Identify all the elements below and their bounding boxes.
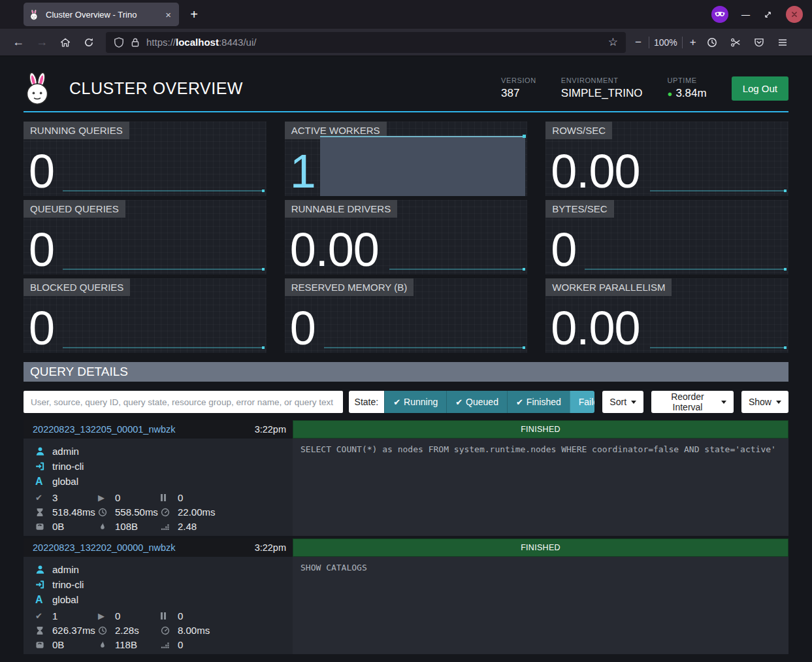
state-filter-finished[interactable]: ✔Finished xyxy=(507,391,570,413)
environment-label: ENVIRONMENT xyxy=(561,76,643,84)
uptime-info: UPTIME ●3.84m xyxy=(668,76,707,100)
stat-tile-worker-parallelism: WORKER PARALLELISM 0.00 xyxy=(545,278,788,353)
query-id-link[interactable]: 20220823_132205_00001_nwbzk xyxy=(33,424,176,435)
peak-memory-cell: 108B xyxy=(98,521,161,532)
queued-splits-cell: 0 xyxy=(161,610,293,621)
bookmark-star-icon[interactable]: ☆ xyxy=(608,35,618,49)
home-icon[interactable] xyxy=(55,33,76,52)
shield-icon[interactable] xyxy=(114,37,124,48)
show-dropdown[interactable]: Show xyxy=(741,391,788,413)
cpu-time-value: 2.28s xyxy=(115,625,139,636)
play-icon: ▶ xyxy=(98,611,111,621)
show-label: Show xyxy=(749,397,771,407)
state-filter-failed-label: Failed xyxy=(579,397,595,407)
chart-icon xyxy=(161,522,174,531)
resource-group-icon: A xyxy=(35,476,48,488)
query-list-item: 20220823_132202_00000_nwbzk 3:22pm FINIS… xyxy=(24,538,788,654)
cpu-time-cell: 2.28s xyxy=(98,625,161,636)
url-scheme: https:// xyxy=(146,37,176,48)
state-filter-failed-dropdown[interactable]: Failed xyxy=(570,391,595,413)
query-item-body: admin trino-cli A global ✔1 ▶0 0 626.37m… xyxy=(24,557,788,654)
back-button[interactable]: ← xyxy=(8,33,29,52)
wall-time-cell: 626.37ms xyxy=(35,625,98,636)
reorder-interval-dropdown[interactable]: Reorder Interval xyxy=(651,391,734,413)
zoom-out-button[interactable]: − xyxy=(632,36,644,49)
tile-value: 1 xyxy=(290,148,316,195)
query-meta-panel: admin trino-cli A global ✔1 ▶0 0 626.37m… xyxy=(24,557,293,654)
screenshot-scissors-icon[interactable] xyxy=(725,33,746,52)
running-splits-value: 0 xyxy=(115,492,120,503)
window-close-button[interactable] xyxy=(786,6,803,23)
running-splits-cell: ▶0 xyxy=(98,492,161,503)
tile-value: 0 xyxy=(551,226,576,273)
scale-icon xyxy=(35,522,48,531)
query-stats-grid: ✔3 ▶0 0 518.48ms 558.50ms 22.00ms 0B 108… xyxy=(24,492,293,532)
sparkline xyxy=(63,269,265,270)
check-icon: ✔ xyxy=(516,397,523,407)
browser-tab-bar: Cluster Overview - Trino × + — xyxy=(0,0,812,29)
lock-icon[interactable] xyxy=(130,37,140,48)
chart-icon xyxy=(161,640,174,650)
query-item-body: admin trino-cli A global ✔3 ▶0 0 518.48m… xyxy=(24,439,788,536)
zoom-controls: − 100% + xyxy=(632,36,699,49)
uptime-status-dot: ● xyxy=(668,89,673,99)
hourglass-icon xyxy=(35,626,48,635)
hourglass-icon xyxy=(35,508,48,517)
logout-button[interactable]: Log Out xyxy=(732,76,788,101)
peak-memory-cell: 118B xyxy=(98,639,161,650)
user-icon xyxy=(35,565,48,574)
sparkline-filled-area xyxy=(320,136,526,196)
query-stats-grid: ✔1 ▶0 0 626.37ms 2.28s 8.00ms 0B 118B 0 xyxy=(24,610,293,650)
query-id-bar: 20220823_132202_00000_nwbzk 3:22pm xyxy=(24,538,293,557)
tile-value: 0.00 xyxy=(551,305,640,352)
sort-dropdown[interactable]: Sort xyxy=(602,391,643,413)
query-sql-text: SELECT COUNT(*) as nodes FROM system.run… xyxy=(293,439,788,536)
flame-icon xyxy=(98,522,111,531)
wall-time-value: 518.48ms xyxy=(52,506,95,518)
query-id-link[interactable]: 20220823_132202_00000_nwbzk xyxy=(33,542,176,553)
sparkline xyxy=(585,269,787,270)
cluster-info: VERSION 387 ENVIRONMENT SIMPLE_TRINO UPT… xyxy=(501,76,788,101)
query-sql-text: SHOW CATALOGS xyxy=(293,557,788,654)
browser-tab[interactable]: Cluster Overview - Trino × xyxy=(24,3,179,26)
window-restore-button[interactable] xyxy=(763,10,773,20)
query-search-input[interactable] xyxy=(24,391,343,413)
version-label: VERSION xyxy=(501,76,536,84)
url-text[interactable]: https://localhost:8443/ui/ xyxy=(146,37,256,48)
tab-title: Cluster Overview - Trino xyxy=(46,10,163,20)
zoom-level[interactable]: 100% xyxy=(654,37,677,48)
query-details-title: QUERY DETAILS xyxy=(24,362,788,382)
url-bar[interactable]: https://localhost:8443/ui/ ☆ xyxy=(106,32,626,53)
pause-icon xyxy=(161,612,174,620)
check-icon: ✔ xyxy=(35,493,48,503)
stat-tile-reserved-memory: RESERVED MEMORY (B) 0 xyxy=(285,278,528,353)
private-browsing-icon xyxy=(711,6,728,23)
state-filter-label: State: xyxy=(349,391,385,413)
tile-label: BYTES/SEC xyxy=(545,200,613,218)
query-filter-toolbar: State: ✔Running ✔Queued ✔Finished Failed… xyxy=(24,391,788,413)
query-time: 3:22pm xyxy=(255,424,286,435)
reload-icon[interactable] xyxy=(78,33,99,52)
stat-tile-rows-per-sec: ROWS/SEC 0.00 xyxy=(545,122,788,196)
running-splits-cell: ▶0 xyxy=(98,610,161,621)
state-filter-queued[interactable]: ✔Queued xyxy=(446,391,507,413)
tile-value: 0 xyxy=(29,305,54,352)
environment-value: SIMPLE_TRINO xyxy=(561,87,643,100)
state-filter-running[interactable]: ✔Running xyxy=(384,391,446,413)
check-icon: ✔ xyxy=(455,397,463,407)
user-icon xyxy=(35,446,48,456)
new-tab-button[interactable]: + xyxy=(184,5,204,24)
forward-button[interactable]: → xyxy=(31,33,52,52)
cpu-time-value: 558.50ms xyxy=(115,506,158,518)
window-minimize-button[interactable]: — xyxy=(741,10,750,20)
menu-hamburger-icon[interactable] xyxy=(772,33,793,52)
pocket-icon[interactable] xyxy=(749,33,770,52)
query-item-header: 20220823_132205_00001_nwbzk 3:22pm FINIS… xyxy=(24,420,788,439)
tile-label: RUNNABLE DRIVERS xyxy=(285,200,398,218)
history-clock-icon[interactable] xyxy=(702,33,723,52)
zoom-in-button[interactable]: + xyxy=(687,36,699,49)
stat-tile-queued-queries: QUEUED QUERIES 0 xyxy=(24,200,267,274)
state-filter-finished-label: Finished xyxy=(527,397,561,407)
tab-close-icon[interactable]: × xyxy=(163,9,173,20)
query-status-badge: FINISHED xyxy=(293,420,788,439)
